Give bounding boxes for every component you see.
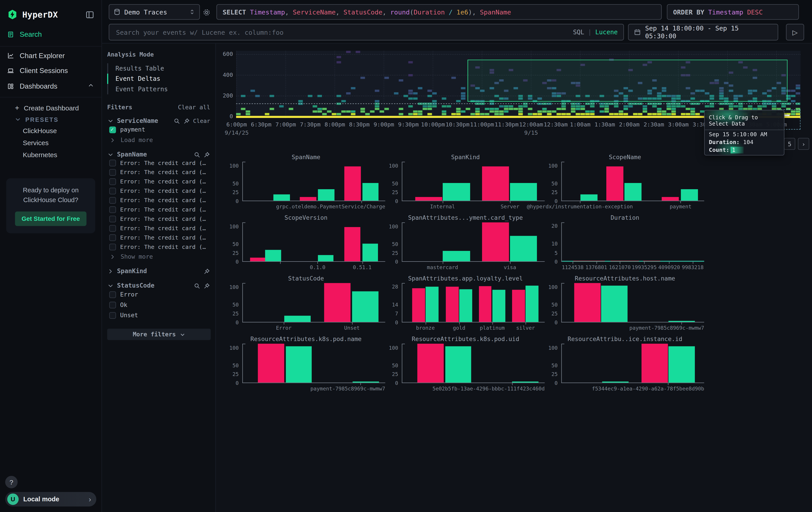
filter-option-label: Error: The credit card (…	[120, 215, 206, 222]
heatmap-selection-box[interactable]	[468, 60, 787, 102]
checkbox[interactable]	[109, 187, 116, 194]
filter-option-error-the-credit-card[interactable]: Error: The credit card (…	[107, 233, 210, 242]
checkbox[interactable]	[109, 178, 116, 185]
filter-option-error-the-credit-card[interactable]: Error: The credit card (…	[107, 167, 210, 177]
checkbox[interactable]	[109, 301, 116, 308]
nav-label: Chart Explorer	[20, 52, 94, 60]
tooltip-time: Sep 15 5:10:00 AM	[705, 130, 784, 138]
mini-chart-spanattributes-app-loyalty-level[interactable]: SpanAttributes.app.loyalty.level071428br…	[386, 275, 545, 333]
bar	[284, 316, 310, 322]
lang-lucene-option[interactable]: Lucene	[595, 28, 618, 36]
sidebar-item-create-dashboard[interactable]: +Create Dashboard	[0, 102, 102, 114]
mini-chart-duration[interactable]: Duration05102011245381376801162107019935…	[546, 214, 704, 272]
heatmap-xtick: 9:00pm	[374, 121, 394, 128]
lang-sql-option[interactable]: SQL	[573, 28, 584, 36]
filter-option-payment[interactable]: payment	[107, 125, 210, 135]
chart-x-axis: f5344ec9-a1ea-4290-a62a-78f5bee8d90b	[561, 383, 704, 393]
heatmap-xtick: 1:00am	[570, 121, 590, 128]
filter-group-spanname: SpanNameError: The credit card (…Error: …	[107, 151, 210, 260]
sidebar-item-dashboards[interactable]: Dashboards	[0, 78, 102, 94]
filter-option-error-the-credit-card[interactable]: Error: The credit card (…	[107, 214, 210, 223]
sidebar-item-client-sessions[interactable]: Client Sessions	[0, 63, 102, 78]
bar	[512, 381, 538, 383]
mini-chart-resourceattributes-k8s-pod-name[interactable]: ResourceAttributes.k8s.pod.name02550100p…	[227, 335, 385, 394]
checkbox[interactable]	[109, 215, 116, 222]
filter-option-error-the-credit-card[interactable]: Error: The credit card (…	[107, 186, 210, 195]
checkbox[interactable]	[109, 126, 116, 133]
nav-label: Search	[20, 30, 94, 38]
run-query-button[interactable]: ▷	[786, 24, 804, 41]
bar	[415, 197, 442, 200]
sidebar-item-services[interactable]: Services	[0, 137, 102, 149]
checkbox[interactable]	[109, 291, 116, 298]
page-number-button[interactable]: 5	[784, 138, 795, 150]
mini-chart-scopeversion[interactable]: ScopeVersion025501000.1.00.51.1	[227, 214, 385, 272]
analysis-mode-results-table[interactable]: Results Table	[107, 63, 210, 74]
date-range-picker[interactable]: Sep 14 18:00:00 - Sep 15 05:30:00	[628, 24, 778, 41]
help-button[interactable]: ?	[5, 476, 18, 488]
analysis-mode-event-patterns[interactable]: Event Patterns	[107, 84, 210, 95]
more-filters-button[interactable]: More filters	[107, 329, 211, 340]
get-started-button[interactable]: Get Started for Free	[15, 211, 86, 226]
heatmap-xtick: 9:30pm	[398, 121, 419, 128]
sidebar-collapse-icon[interactable]	[85, 10, 94, 19]
order-by-editor[interactable]: ORDER BY Timestamp DESC	[667, 4, 799, 20]
filter-option-error-the-credit-card[interactable]: Error: The credit card (…	[107, 205, 210, 214]
show-more-button[interactable]: Show more	[107, 251, 210, 260]
sql-select-editor[interactable]: SELECT Timestamp, ServiceName, StatusCod…	[216, 4, 662, 20]
mini-chart-statuscode[interactable]: StatusCode02550100ErrorUnset	[227, 275, 385, 333]
checkbox[interactable]	[109, 243, 116, 250]
sidebar-item-kubernetes[interactable]: Kubernetes	[0, 149, 102, 161]
bar	[250, 258, 265, 261]
chart-title: SpanAttributes.app.loyalty.level	[386, 275, 545, 283]
heatmap-xtick: 7:30pm	[300, 121, 321, 128]
filter-option-error[interactable]: Error	[107, 289, 210, 300]
mini-chart-resourceattributes-k8s-pod-uid[interactable]: ResourceAttributes.k8s.pod.uid025501005e…	[386, 335, 545, 394]
mini-chart-scopename[interactable]: ScopeName02550100@hyperdx/instrumentatio…	[546, 153, 704, 212]
filter-group-header[interactable]: StatusCode	[107, 282, 210, 289]
filter-option-error-the-credit-card[interactable]: Error: The credit card (…	[107, 242, 210, 251]
checkbox[interactable]	[109, 225, 116, 231]
mini-chart-spanattributes-yment-card-type[interactable]: SpanAttributes...yment.card_type02550100…	[386, 214, 545, 272]
sidebar-item-presets[interactable]: PRESETS	[0, 114, 102, 125]
heatmap-xtick: 11:00pm	[470, 121, 494, 128]
bar	[443, 183, 470, 201]
filter-option-ok[interactable]: Ok	[107, 300, 210, 310]
filter-clear-button[interactable]: Clear	[193, 117, 210, 124]
sidebar-item-search[interactable]: Search	[0, 27, 102, 42]
mini-chart-resourceattributes-host-name[interactable]: ResourceAttributes.host.name02550100paym…	[546, 275, 704, 333]
filter-group-header[interactable]: SpanName	[107, 151, 210, 158]
filter-option-error-the-credit-card[interactable]: Error: The credit card (…	[107, 158, 210, 167]
clear-all-button[interactable]: Clear all	[178, 104, 210, 111]
checkbox[interactable]	[109, 206, 116, 213]
gear-icon[interactable]	[203, 8, 211, 17]
checkbox[interactable]	[109, 159, 116, 166]
filter-group-header[interactable]: ServiceNameClear	[107, 117, 210, 125]
load-more-button[interactable]: Load more	[107, 135, 210, 143]
source-select[interactable]: Demo Traces	[109, 4, 200, 20]
filter-option-error-the-credit-card[interactable]: Error: The credit card (…	[107, 223, 210, 233]
checkbox[interactable]	[109, 169, 116, 176]
chart-x-axis: bronzegoldplatinumsilver	[402, 322, 545, 332]
filter-option-error-the-credit-card[interactable]: Error: The credit card (…	[107, 195, 210, 205]
local-mode-pill[interactable]: U Local mode ›	[5, 492, 96, 507]
bar	[318, 189, 335, 200]
checkbox[interactable]	[109, 197, 116, 204]
mini-chart-spanname[interactable]: SpanName02550100grpc.oteldemo.PaymentSer…	[227, 153, 385, 212]
next-page-button[interactable]: ›	[798, 138, 809, 150]
filter-option-error-the-credit-card[interactable]: Error: The credit card (…	[107, 177, 210, 186]
nav-label: Client Sessions	[20, 67, 94, 75]
checkbox[interactable]	[109, 312, 116, 319]
sidebar-item-chart-explorer[interactable]: Chart Explorer	[0, 46, 102, 63]
checkbox[interactable]	[109, 234, 116, 241]
search-input[interactable]	[115, 28, 569, 37]
mini-chart-spankind[interactable]: SpanKind02550100InternalServer	[386, 153, 545, 212]
analysis-mode-event-deltas[interactable]: Event Deltas	[107, 74, 210, 84]
filter-option-unset[interactable]: Unset	[107, 310, 210, 321]
chart-x-axis: mastercardvisa	[402, 262, 545, 271]
sidebar-item-clickhouse[interactable]: ClickHouse	[0, 125, 102, 137]
chart-x-axis: payment-7985c8969c-mwmw7	[561, 322, 704, 332]
chart-xtick-label: Server	[501, 204, 519, 210]
filter-group-header[interactable]: SpanKind	[107, 268, 210, 275]
mini-chart-resourceattribu-ice-instance-id[interactable]: ResourceAttribu..ice.instance.id02550100…	[546, 335, 704, 394]
